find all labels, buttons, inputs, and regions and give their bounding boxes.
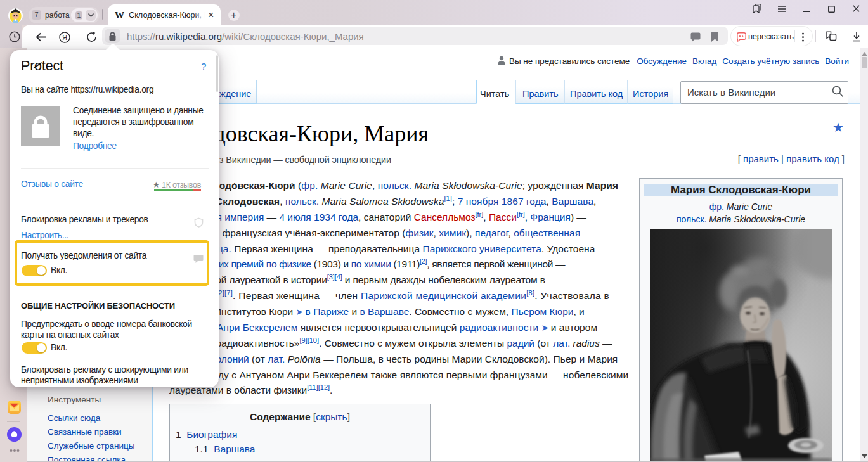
svg-text:Я: Я [62, 34, 67, 41]
svg-text:1: 1 [77, 11, 81, 19]
